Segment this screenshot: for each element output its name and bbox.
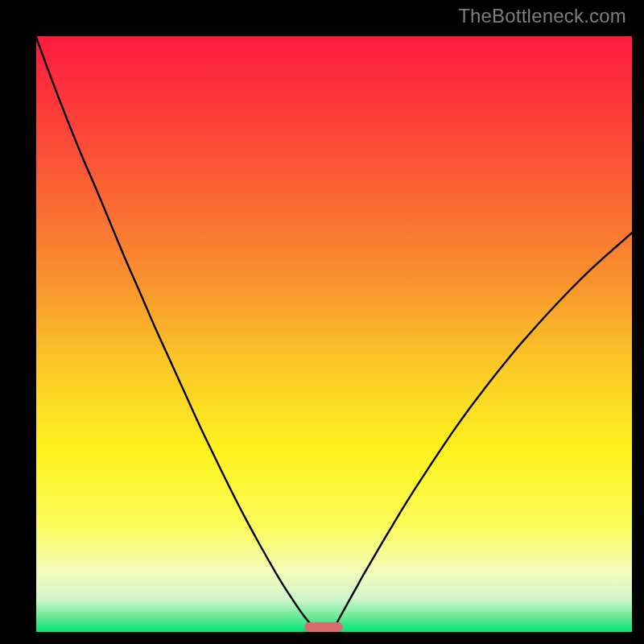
watermark-text: TheBottleneck.com [458, 5, 626, 27]
chart-frame [12, 12, 632, 632]
curve-right-branch [334, 233, 632, 626]
curve-left-branch [36, 37, 313, 626]
bottleneck-curve [36, 36, 632, 632]
plot-area [36, 36, 632, 632]
optimal-marker [304, 622, 343, 632]
